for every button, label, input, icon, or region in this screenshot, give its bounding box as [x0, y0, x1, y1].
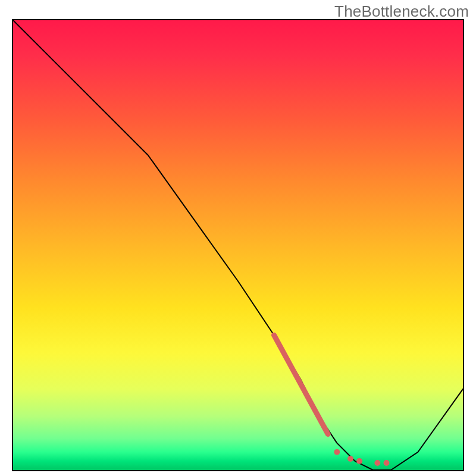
highlight-dot [384, 460, 390, 466]
plot-area [12, 19, 464, 471]
highlight-dot [374, 460, 380, 466]
highlight-dots [334, 449, 389, 466]
chart-container: TheBottleneck.com [0, 0, 476, 476]
highlight-dot [356, 458, 362, 464]
highlight-dot [334, 449, 340, 455]
watermark-text: TheBottleneck.com [334, 2, 469, 21]
highlight-dot [347, 456, 353, 462]
overlay-svg [13, 20, 463, 470]
bottleneck-curve-line [13, 20, 463, 470]
highlight-segment [274, 335, 328, 434]
